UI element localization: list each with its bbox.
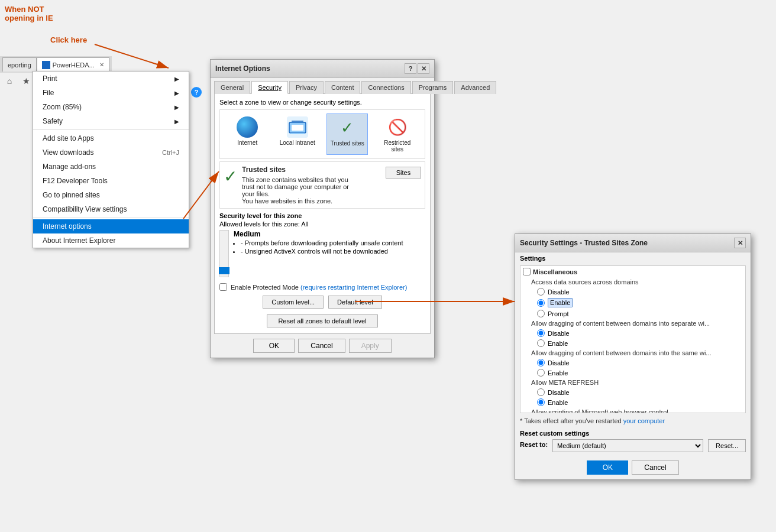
access-disable-radio[interactable]: [537, 288, 545, 296]
trusted-description: Trusted sites This zone contains website…: [242, 166, 381, 205]
intranet-icon: [287, 116, 308, 138]
dialog-help-btn[interactable]: ?: [405, 63, 416, 74]
takes-effect-link[interactable]: your computer: [623, 417, 665, 424]
menu-item-safety[interactable]: Safety ▶: [33, 114, 189, 128]
drag-same-disable-radio[interactable]: [537, 359, 545, 366]
meta-disable-option[interactable]: Disable: [520, 387, 745, 397]
drag-same-enable-label: Enable: [548, 369, 568, 377]
sec-cancel-button[interactable]: Cancel: [632, 460, 678, 475]
tab-reporting[interactable]: eporting: [2, 57, 37, 72]
zone-intranet[interactable]: Local intranet: [277, 113, 318, 155]
menu-item-addons[interactable]: Manage add-ons: [33, 160, 189, 174]
drag-same-enable-option[interactable]: Enable: [520, 368, 745, 378]
tab-privacy[interactable]: Privacy: [289, 81, 324, 94]
menu-item-print[interactable]: Print ▶: [33, 72, 189, 86]
zone-internet[interactable]: Internet: [227, 113, 268, 155]
favorites-btn[interactable]: ★: [19, 74, 33, 88]
security-bullet-2: - Unsigned ActiveX controls will not be …: [241, 248, 425, 255]
zone-trusted[interactable]: ✓ Trusted sites: [326, 113, 368, 155]
sec-ok-label: OK: [603, 463, 613, 472]
tab-general[interactable]: General: [214, 81, 250, 94]
reset-to-select[interactable]: Medium (default) Low Medium-low High: [552, 439, 703, 452]
slider-container: Medium - Prompts before downloading pote…: [219, 230, 425, 277]
ok-button[interactable]: OK: [253, 339, 295, 353]
dialog-close-btn[interactable]: ✕: [418, 63, 429, 74]
reset-btn[interactable]: Reset...: [708, 439, 746, 452]
drag-sep-disable-radio[interactable]: [537, 329, 545, 337]
tab-security[interactable]: Security: [251, 81, 288, 94]
tab-advanced-label: Advanced: [461, 84, 490, 91]
menu-file-label: File: [43, 89, 54, 97]
meta-disable-radio[interactable]: [537, 388, 545, 396]
sec-dialog-close-btn[interactable]: ✕: [734, 238, 746, 248]
menu-safety-label: Safety: [43, 117, 63, 125]
menu-item-f12[interactable]: F12 Developer Tools: [33, 174, 189, 188]
reset-zones-label: Reset all zones to default level: [278, 317, 366, 325]
menu-item-add-site[interactable]: Add site to Apps: [33, 131, 189, 145]
access-prompt-option[interactable]: Prompt: [520, 309, 745, 319]
menu-sep-2: [33, 218, 189, 218]
reset-all-zones-btn[interactable]: Reset all zones to default level: [267, 314, 377, 327]
default-level-label: Default level: [337, 299, 373, 306]
drag-same-enable-radio[interactable]: [537, 369, 545, 377]
ok-label: OK: [269, 342, 279, 350]
tab-advanced[interactable]: Advanced: [454, 81, 496, 94]
tab-content[interactable]: Content: [325, 81, 361, 94]
menu-item-downloads[interactable]: View downloads Ctrl+J: [33, 145, 189, 160]
misc-checkbox[interactable]: [523, 268, 531, 275]
menu-file-arrow: ▶: [174, 90, 179, 96]
zone-description: Select a zone to view or change security…: [219, 99, 425, 106]
sec-ok-button[interactable]: OK: [587, 460, 628, 475]
meta-enable-radio[interactable]: [537, 398, 545, 406]
protected-mode-note: (requires restarting Internet Explorer): [300, 284, 407, 291]
menu-item-about[interactable]: About Internet Explorer: [33, 233, 189, 248]
access-disable-option[interactable]: Disable: [520, 287, 745, 297]
menu-ioptions-label: Internet options: [43, 222, 92, 231]
drag-same-label: Allow dragging of content between domain…: [531, 349, 712, 356]
cancel-button[interactable]: Cancel: [298, 339, 345, 353]
tab-connections[interactable]: Connections: [361, 81, 410, 94]
home-btn[interactable]: ⌂: [2, 74, 17, 88]
menu-pinned-label: Go to pinned sites: [43, 191, 100, 199]
drag-sep-enable-radio[interactable]: [537, 339, 545, 347]
tab-powerHEDA-icon: [42, 61, 50, 69]
tab-powerHEDA[interactable]: PowerHEDA... ✕: [37, 57, 109, 72]
drag-sep-disable-option[interactable]: Disable: [520, 328, 745, 338]
tab-close-btn[interactable]: ✕: [99, 61, 104, 68]
menu-item-internet-options[interactable]: Internet options: [33, 219, 189, 233]
tab-programs-label: Programs: [419, 84, 447, 91]
zone-desc-text: Select a zone to view or change security…: [219, 99, 362, 106]
access-enable-option[interactable]: Enable: [520, 297, 745, 309]
drag-same-item: Allow dragging of content between domain…: [520, 348, 745, 358]
apply-button[interactable]: Apply: [349, 339, 392, 353]
zone-restricted[interactable]: 🚫 Restrictedsites: [377, 113, 418, 155]
access-prompt-label: Prompt: [548, 310, 568, 317]
help-btn[interactable]: ?: [191, 87, 202, 98]
security-slider[interactable]: [219, 230, 229, 277]
drag-sep-label: Allow dragging of content between domain…: [531, 320, 710, 327]
reset-custom-label: Reset custom settings: [520, 430, 746, 437]
zone-trusted-icon: ✓: [335, 116, 359, 139]
custom-level-btn[interactable]: Custom level...: [263, 296, 324, 309]
protected-mode-checkbox[interactable]: [219, 283, 227, 291]
drag-same-disable-option[interactable]: Disable: [520, 358, 745, 368]
drag-sep-enable-option[interactable]: Enable: [520, 338, 745, 348]
menu-item-file[interactable]: File ▶: [33, 86, 189, 100]
access-enable-radio[interactable]: [537, 299, 545, 307]
tab-programs[interactable]: Programs: [412, 81, 454, 94]
menu-safety-arrow: ▶: [174, 118, 179, 125]
trusted-desc1: This zone contains websites that you: [242, 176, 381, 183]
menu-item-compat[interactable]: Compatibility View settings: [33, 202, 189, 216]
menu-item-pinned[interactable]: Go to pinned sites: [33, 188, 189, 202]
security-level-area: Security level for this zone Allowed lev…: [219, 209, 425, 281]
settings-list[interactable]: Miscellaneous Access data sources across…: [520, 265, 746, 413]
default-level-btn[interactable]: Default level: [328, 296, 382, 309]
sites-button[interactable]: Sites: [386, 167, 421, 179]
dialog-tabs: General Security Privacy Content Connect…: [211, 78, 434, 93]
restricted-icon: 🚫: [387, 116, 408, 138]
access-prompt-radio[interactable]: [537, 310, 545, 317]
menu-print-label: Print: [43, 74, 57, 83]
zone-trusted-label: Trusted sites: [331, 140, 364, 147]
meta-enable-option[interactable]: Enable: [520, 397, 745, 407]
menu-item-zoom[interactable]: Zoom (85%) ▶: [33, 100, 189, 114]
